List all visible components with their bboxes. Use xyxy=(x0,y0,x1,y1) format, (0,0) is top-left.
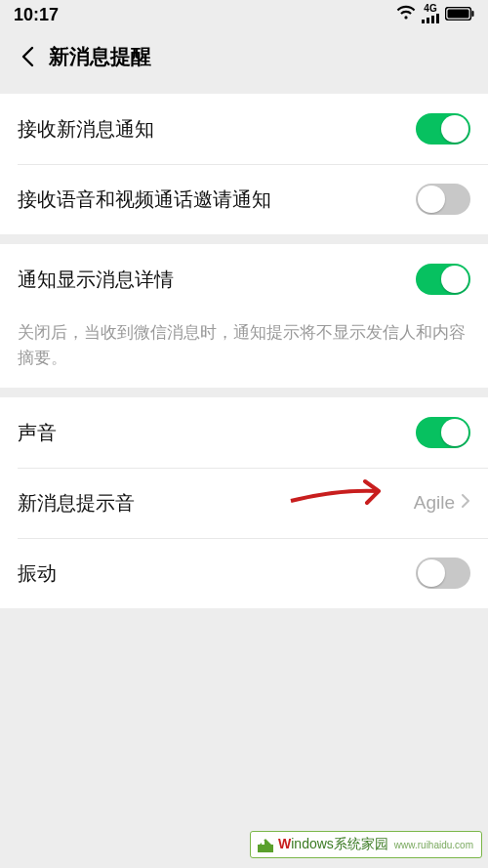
row-receive-msg[interactable]: 接收新消息通知 xyxy=(0,94,488,164)
svg-rect-7 xyxy=(258,845,273,852)
row-value: Agile xyxy=(414,492,455,514)
row-sound[interactable]: 声音 xyxy=(0,397,488,468)
toggle-show-detail[interactable] xyxy=(416,264,470,295)
svg-rect-5 xyxy=(448,9,469,18)
status-time: 10:17 xyxy=(14,5,59,25)
svg-rect-3 xyxy=(436,14,439,23)
network-4g-icon: 4G xyxy=(422,4,439,25)
status-bar: 10:17 4G xyxy=(0,0,488,29)
row-label: 声音 xyxy=(18,420,416,446)
group-note: 关闭后，当收到微信消息时，通知提示将不显示发信人和内容摘要。 xyxy=(0,314,488,388)
watermark-brand: Windows系统家园 xyxy=(278,836,388,853)
settings-group-1: 接收新消息通知 接收语音和视频通话邀请通知 xyxy=(0,94,488,234)
row-tone[interactable]: 新消息提示音 Agile xyxy=(0,468,488,538)
svg-rect-1 xyxy=(427,18,429,23)
page-title: 新消息提醒 xyxy=(49,43,151,70)
wifi-icon xyxy=(396,5,416,25)
svg-rect-0 xyxy=(422,20,425,23)
battery-icon xyxy=(445,5,474,25)
row-label: 新消息提示音 xyxy=(18,490,414,517)
chevron-left-icon xyxy=(20,46,34,67)
toggle-receive-msg[interactable] xyxy=(416,113,470,145)
toggle-receive-call[interactable] xyxy=(416,184,470,215)
svg-rect-6 xyxy=(472,11,474,17)
watermark-url: www.ruihaidu.com xyxy=(394,840,473,850)
row-vibrate[interactable]: 振动 xyxy=(0,538,488,608)
row-label: 振动 xyxy=(18,560,416,587)
svg-rect-2 xyxy=(431,16,434,23)
status-right: 4G xyxy=(396,4,474,25)
header: 新消息提醒 xyxy=(0,29,488,84)
toggle-sound[interactable] xyxy=(416,417,470,448)
row-label: 接收新消息通知 xyxy=(18,116,416,143)
row-label: 通知显示消息详情 xyxy=(18,267,416,293)
back-button[interactable] xyxy=(8,37,47,76)
row-receive-call[interactable]: 接收语音和视频通话邀请通知 xyxy=(0,164,488,234)
watermark: Windows系统家园 www.ruihaidu.com xyxy=(250,831,482,858)
svg-rect-8 xyxy=(262,841,264,845)
watermark-logo-icon xyxy=(257,836,274,853)
settings-group-3: 声音 新消息提示音 Agile 振动 xyxy=(0,397,488,608)
toggle-vibrate[interactable] xyxy=(416,558,470,589)
settings-group-2: 通知显示消息详情 关闭后，当收到微信消息时，通知提示将不显示发信人和内容摘要。 xyxy=(0,244,488,388)
chevron-right-icon xyxy=(461,493,470,513)
row-show-detail[interactable]: 通知显示消息详情 xyxy=(0,244,488,314)
row-label: 接收语音和视频通话邀请通知 xyxy=(18,186,416,213)
